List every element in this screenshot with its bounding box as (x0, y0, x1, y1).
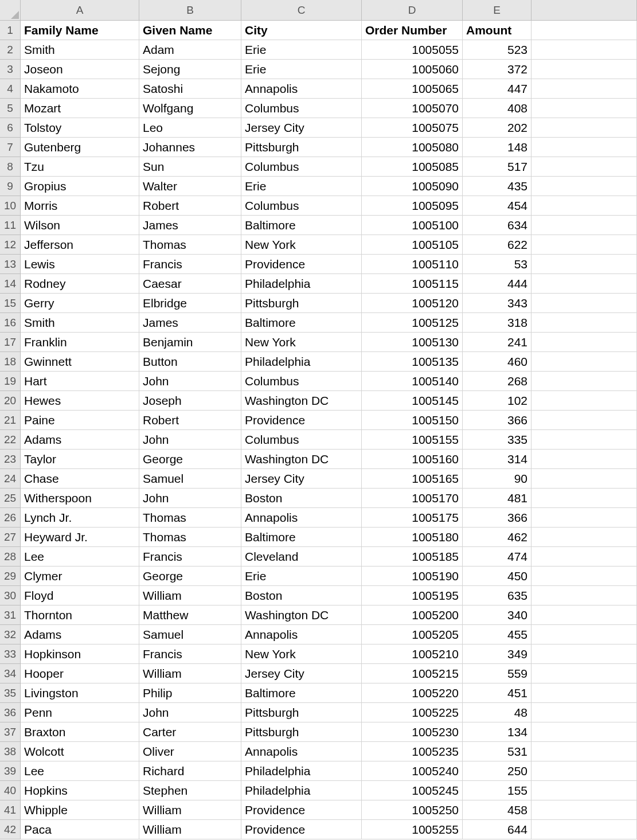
cell-D15[interactable]: 1005120 (362, 294, 463, 313)
row-header-22[interactable]: 22 (0, 430, 21, 450)
cell-F41[interactable] (532, 800, 637, 820)
cell-C42[interactable]: Providence (241, 820, 362, 839)
cell-A6[interactable]: Tolstoy (21, 118, 139, 138)
cell-B5[interactable]: Wolfgang (139, 99, 241, 118)
cell-F6[interactable] (532, 118, 637, 138)
cell-E13[interactable]: 53 (463, 255, 532, 274)
column-header-F[interactable] (532, 0, 637, 21)
cell-E35[interactable]: 451 (463, 683, 532, 703)
cell-D41[interactable]: 1005250 (362, 800, 463, 820)
cell-D1[interactable]: Order Number (362, 21, 463, 40)
cell-B14[interactable]: Caesar (139, 274, 241, 294)
cell-E26[interactable]: 366 (463, 508, 532, 528)
cell-D11[interactable]: 1005100 (362, 216, 463, 235)
cell-D34[interactable]: 1005215 (362, 664, 463, 683)
cell-D40[interactable]: 1005245 (362, 781, 463, 800)
cell-A1[interactable]: Family Name (21, 21, 139, 40)
row-header-29[interactable]: 29 (0, 566, 21, 586)
cell-A4[interactable]: Nakamoto (21, 79, 139, 99)
row-header-39[interactable]: 39 (0, 761, 21, 781)
cell-E14[interactable]: 444 (463, 274, 532, 294)
row-header-8[interactable]: 8 (0, 157, 21, 177)
cell-B33[interactable]: Francis (139, 644, 241, 664)
cell-B30[interactable]: William (139, 586, 241, 605)
cell-B9[interactable]: Walter (139, 177, 241, 196)
cell-A14[interactable]: Rodney (21, 274, 139, 294)
cell-A8[interactable]: Tzu (21, 157, 139, 177)
cell-E7[interactable]: 148 (463, 138, 532, 157)
cell-F19[interactable] (532, 372, 637, 391)
cell-E38[interactable]: 531 (463, 742, 532, 761)
cell-E32[interactable]: 455 (463, 625, 532, 644)
cell-D14[interactable]: 1005115 (362, 274, 463, 294)
cell-D23[interactable]: 1005160 (362, 450, 463, 469)
cell-C33[interactable]: New York (241, 644, 362, 664)
cell-D19[interactable]: 1005140 (362, 372, 463, 391)
cell-C2[interactable]: Erie (241, 40, 362, 60)
row-header-42[interactable]: 42 (0, 820, 21, 839)
cell-E39[interactable]: 250 (463, 761, 532, 781)
cell-A7[interactable]: Gutenberg (21, 138, 139, 157)
cell-A42[interactable]: Paca (21, 820, 139, 839)
cell-A13[interactable]: Lewis (21, 255, 139, 274)
cell-C8[interactable]: Columbus (241, 157, 362, 177)
row-header-38[interactable]: 38 (0, 742, 21, 761)
cell-C3[interactable]: Erie (241, 60, 362, 79)
cell-C38[interactable]: Annapolis (241, 742, 362, 761)
cell-E1[interactable]: Amount (463, 21, 532, 40)
cell-C34[interactable]: Jersey City (241, 664, 362, 683)
cell-D24[interactable]: 1005165 (362, 469, 463, 489)
cell-C14[interactable]: Philadelphia (241, 274, 362, 294)
cell-D42[interactable]: 1005255 (362, 820, 463, 839)
row-header-15[interactable]: 15 (0, 294, 21, 313)
cell-E5[interactable]: 408 (463, 99, 532, 118)
cell-F28[interactable] (532, 547, 637, 566)
cell-E10[interactable]: 454 (463, 196, 532, 216)
cell-C30[interactable]: Boston (241, 586, 362, 605)
cell-E24[interactable]: 90 (463, 469, 532, 489)
cell-F23[interactable] (532, 450, 637, 469)
cell-C40[interactable]: Philadelphia (241, 781, 362, 800)
row-header-26[interactable]: 26 (0, 508, 21, 528)
cell-C31[interactable]: Washington DC (241, 605, 362, 625)
cell-E27[interactable]: 462 (463, 528, 532, 547)
cell-D7[interactable]: 1005080 (362, 138, 463, 157)
cell-D33[interactable]: 1005210 (362, 644, 463, 664)
cell-A15[interactable]: Gerry (21, 294, 139, 313)
cell-C13[interactable]: Providence (241, 255, 362, 274)
cell-D8[interactable]: 1005085 (362, 157, 463, 177)
cell-F35[interactable] (532, 683, 637, 703)
cell-E11[interactable]: 634 (463, 216, 532, 235)
cell-A39[interactable]: Lee (21, 761, 139, 781)
cell-E36[interactable]: 48 (463, 703, 532, 722)
cell-E25[interactable]: 481 (463, 489, 532, 508)
cell-C9[interactable]: Erie (241, 177, 362, 196)
cell-F1[interactable] (532, 21, 637, 40)
row-header-19[interactable]: 19 (0, 372, 21, 391)
cell-B32[interactable]: Samuel (139, 625, 241, 644)
row-header-3[interactable]: 3 (0, 60, 21, 79)
row-header-28[interactable]: 28 (0, 547, 21, 566)
cell-F2[interactable] (532, 40, 637, 60)
cell-C12[interactable]: New York (241, 235, 362, 255)
cell-E22[interactable]: 335 (463, 430, 532, 450)
cell-A25[interactable]: Witherspoon (21, 489, 139, 508)
cell-F3[interactable] (532, 60, 637, 79)
cell-A20[interactable]: Hewes (21, 391, 139, 411)
cell-D29[interactable]: 1005190 (362, 566, 463, 586)
row-header-13[interactable]: 13 (0, 255, 21, 274)
cell-D9[interactable]: 1005090 (362, 177, 463, 196)
cell-C11[interactable]: Baltimore (241, 216, 362, 235)
cell-A2[interactable]: Smith (21, 40, 139, 60)
cell-A33[interactable]: Hopkinson (21, 644, 139, 664)
select-all-corner[interactable] (0, 0, 21, 21)
row-header-35[interactable]: 35 (0, 683, 21, 703)
cell-B8[interactable]: Sun (139, 157, 241, 177)
cell-A32[interactable]: Adams (21, 625, 139, 644)
row-header-7[interactable]: 7 (0, 138, 21, 157)
column-header-C[interactable]: C (241, 0, 362, 21)
cell-A37[interactable]: Braxton (21, 722, 139, 742)
cell-B11[interactable]: James (139, 216, 241, 235)
cell-C27[interactable]: Baltimore (241, 528, 362, 547)
cell-D39[interactable]: 1005240 (362, 761, 463, 781)
